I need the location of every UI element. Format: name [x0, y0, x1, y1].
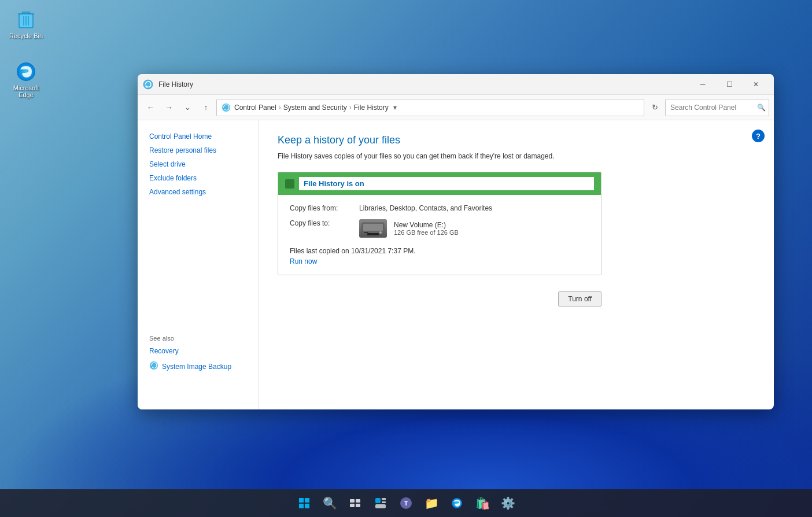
svg-rect-10	[363, 224, 383, 231]
recovery-label: Recovery	[149, 347, 179, 355]
back-button[interactable]: ←	[142, 99, 158, 116]
system-image-backup-label: System Image Backup	[162, 363, 231, 371]
drive-icon	[359, 219, 387, 238]
breadcrumb-sep-1: ›	[279, 104, 281, 112]
svg-rect-17	[350, 499, 355, 503]
page-subtitle: File History saves copies of your files …	[278, 152, 755, 160]
taskbar-teams-button[interactable]: T	[394, 492, 418, 515]
address-bar: ← → ⌄ ↑ Control Panel › System and Secur…	[138, 95, 774, 120]
taskbar-file-explorer-button[interactable]: 📁	[420, 492, 443, 515]
svg-rect-24	[375, 504, 386, 508]
help-button[interactable]: ?	[752, 130, 765, 142]
sidebar-item-exclude-folders[interactable]: Exclude folders	[138, 171, 259, 185]
search-icon: 🔍	[757, 104, 766, 112]
sidebar-item-control-panel-home[interactable]: Control Panel Home	[138, 130, 259, 143]
sidebar-item-select-drive[interactable]: Select drive	[138, 157, 259, 171]
up-button[interactable]: ↑	[198, 99, 214, 116]
taskbar-start-button[interactable]	[293, 492, 316, 515]
svg-rect-20	[356, 504, 360, 507]
svg-text:T: T	[404, 500, 408, 507]
copy-files-from-value: Libraries, Desktop, Contacts, and Favori…	[359, 204, 492, 212]
turn-off-button[interactable]: Turn off	[558, 291, 601, 306]
breadcrumb[interactable]: Control Panel › System and Security › Fi…	[216, 99, 644, 116]
taskbar-task-view-button[interactable]	[344, 492, 367, 515]
taskbar-search-button[interactable]: 🔍	[318, 492, 341, 515]
taskbar: 🔍 T 📁	[0, 489, 812, 517]
drive-space: 126 GB free of 126 GB	[394, 229, 459, 236]
sidebar-item-advanced-settings[interactable]: Advanced settings	[138, 185, 259, 199]
breadcrumb-dropdown-icon[interactable]: ▾	[393, 104, 397, 112]
copy-files-from-row: Copy files from: Libraries, Desktop, Con…	[290, 204, 589, 212]
system-image-backup-icon	[149, 361, 158, 372]
svg-rect-11	[364, 232, 368, 233]
main-content: Keep a history of your files File Histor…	[259, 120, 774, 409]
dropdown-button[interactable]: ⌄	[179, 99, 195, 116]
maximize-button[interactable]: ☐	[716, 74, 743, 95]
svg-rect-22	[382, 498, 386, 500]
run-now-link[interactable]: Run now	[290, 257, 589, 265]
svg-point-27	[452, 498, 462, 508]
svg-point-12	[379, 231, 382, 234]
status-header: File History is on	[278, 172, 601, 195]
page-title: Keep a history of your files	[278, 134, 755, 146]
breadcrumb-sep-2: ›	[349, 104, 352, 112]
recycle-bin-image	[14, 8, 38, 31]
window-icon	[142, 79, 154, 90]
copy-files-to-label: Copy files to:	[290, 219, 359, 240]
window-title: File History	[158, 80, 689, 88]
svg-rect-19	[350, 504, 355, 507]
status-body: Copy files from: Libraries, Desktop, Con…	[278, 195, 601, 275]
svg-rect-21	[375, 498, 381, 503]
svg-rect-16	[305, 504, 309, 508]
svg-rect-18	[356, 499, 360, 503]
copy-files-from-label: Copy files from:	[290, 204, 359, 212]
svg-rect-14	[305, 498, 309, 503]
svg-rect-15	[299, 504, 304, 508]
sidebar: Control Panel Home Restore personal file…	[138, 120, 259, 409]
window-controls: ─ ☐ ✕	[689, 74, 769, 95]
svg-point-5	[17, 62, 35, 81]
status-box: File History is on Copy files from: Libr…	[278, 172, 601, 275]
refresh-button[interactable]: ↻	[647, 99, 663, 116]
copy-files-to-row: Copy files to: N	[290, 219, 589, 240]
see-also-label: See also	[138, 328, 259, 344]
taskbar-store-button[interactable]: 🛍️	[471, 492, 494, 515]
microsoft-edge-icon[interactable]: Microsoft Edge	[6, 58, 46, 101]
sidebar-item-system-image-backup[interactable]: System Image Backup	[138, 358, 259, 375]
forward-button[interactable]: →	[161, 99, 177, 116]
sidebar-item-recovery[interactable]: Recovery	[138, 344, 259, 358]
svg-rect-23	[382, 501, 386, 503]
breadcrumb-control-panel[interactable]: Control Panel	[234, 104, 276, 112]
status-label: File History is on	[299, 177, 594, 190]
drive-name: New Volume (E:)	[394, 221, 459, 229]
taskbar-settings-button[interactable]: ⚙️	[496, 492, 519, 515]
file-history-window: File History ─ ☐ ✕ ← → ⌄ ↑ Control Panel…	[138, 74, 774, 409]
drive-info: New Volume (E:) 126 GB free of 126 GB	[394, 221, 459, 236]
drive-row: New Volume (E:) 126 GB free of 126 GB	[359, 219, 459, 238]
minimize-button[interactable]: ─	[689, 74, 716, 95]
svg-rect-13	[299, 498, 304, 503]
files-last-copied-text: Files last copied on 10/31/2021 7:37 PM.	[290, 247, 589, 255]
edge-image	[14, 60, 38, 83]
edge-icon-label: Microsoft Edge	[8, 84, 44, 98]
content-area: Control Panel Home Restore personal file…	[138, 120, 774, 409]
close-button[interactable]: ✕	[743, 74, 769, 95]
breadcrumb-file-history[interactable]: File History	[354, 104, 389, 112]
breadcrumb-system-security[interactable]: System and Security	[283, 104, 347, 112]
sidebar-item-restore-personal-files[interactable]: Restore personal files	[138, 143, 259, 157]
title-bar: File History ─ ☐ ✕	[138, 74, 774, 95]
status-indicator	[285, 179, 294, 189]
taskbar-widgets-button[interactable]	[369, 492, 392, 515]
search-input[interactable]	[670, 104, 757, 112]
search-box[interactable]: 🔍	[665, 99, 769, 116]
taskbar-edge-button[interactable]	[445, 492, 468, 515]
recycle-bin-icon[interactable]: Recycle Bin	[6, 6, 46, 42]
recycle-bin-label: Recycle Bin	[9, 32, 43, 39]
